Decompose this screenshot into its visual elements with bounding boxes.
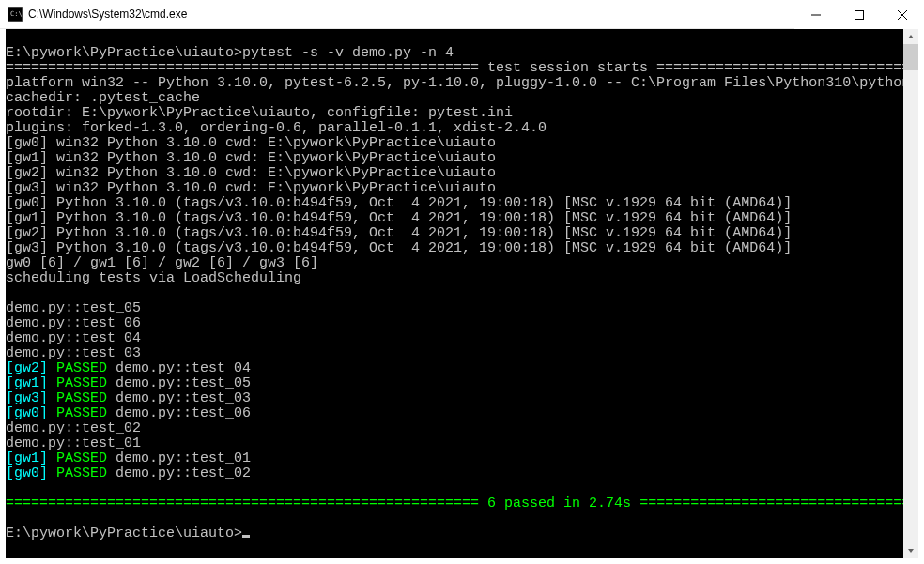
passed-gw: [gw1] [6, 375, 56, 391]
blank-line [6, 285, 14, 301]
titlebar[interactable]: C:\ C:\Windows\System32\cmd.exe [0, 0, 924, 29]
collected-test: demo.py::test_02 [6, 420, 141, 436]
passed-item: demo.py::test_06 [107, 405, 251, 421]
chevron-up-icon [907, 33, 915, 40]
final-prompt: E:\pywork\PyPractice\uiauto> [6, 526, 242, 541]
minimize-button[interactable] [794, 0, 838, 29]
passed-gw: [gw2] [6, 360, 56, 376]
passed-status: PASSED [56, 465, 107, 481]
footer-left: ========================================… [6, 495, 479, 511]
terminal[interactable]: E:\pywork\PyPractice\uiauto>pytest -s -v… [0, 29, 924, 564]
maximize-button[interactable] [838, 0, 881, 29]
gw-counts-line: gw0 [6] / gw1 [6] / gw2 [6] / gw3 [6] [6, 255, 318, 271]
vertical-scrollbar[interactable] [903, 29, 918, 558]
window-frame: C:\ C:\Windows\System32\cmd.exe [0, 0, 924, 564]
passed-status: PASSED [56, 390, 107, 406]
passed-gw: [gw0] [6, 465, 56, 481]
svg-text:C:\: C:\ [10, 10, 23, 18]
minimize-icon [811, 10, 821, 20]
scroll-up-button[interactable] [903, 29, 918, 44]
cmd-icon: C:\ [8, 7, 23, 22]
window-title: C:\Windows\System32\cmd.exe [28, 8, 794, 21]
worker-build-line: [gw1] Python 3.10.0 (tags/v3.10.0:b494f5… [6, 210, 792, 226]
terminal-content: E:\pywork\PyPractice\uiauto>pytest -s -v… [6, 31, 915, 541]
close-icon [898, 10, 907, 20]
svg-marker-8 [908, 549, 914, 553]
blank-line [6, 30, 14, 46]
worker-cwd-line: [gw3] win32 Python 3.10.0 cwd: E:\pywork… [6, 180, 496, 196]
scroll-track[interactable] [903, 44, 918, 543]
worker-cwd-line: [gw1] win32 Python 3.10.0 cwd: E:\pywork… [6, 150, 496, 166]
passed-item: demo.py::test_05 [107, 375, 251, 391]
passed-gw: [gw0] [6, 405, 56, 421]
passed-status: PASSED [56, 360, 107, 376]
collected-test: demo.py::test_06 [6, 315, 141, 331]
worker-cwd-line: [gw2] win32 Python 3.10.0 cwd: E:\pywork… [6, 165, 496, 181]
collected-test: demo.py::test_01 [6, 435, 141, 451]
passed-item: demo.py::test_02 [107, 465, 251, 481]
worker-build-line: [gw2] Python 3.10.0 (tags/v3.10.0:b494f5… [6, 225, 792, 241]
cursor [242, 535, 250, 538]
passed-status: PASSED [56, 450, 107, 466]
scroll-down-button[interactable] [903, 543, 918, 558]
platform-line: platform win32 -- Python 3.10.0, pytest-… [6, 75, 918, 91]
passed-status: PASSED [56, 405, 107, 421]
collected-test: demo.py::test_05 [6, 300, 141, 316]
close-button[interactable] [881, 0, 924, 29]
passed-gw: [gw3] [6, 390, 56, 406]
worker-cwd-line: [gw0] win32 Python 3.10.0 cwd: E:\pywork… [6, 135, 496, 151]
prompt: E:\pywork\PyPractice\uiauto> [6, 45, 242, 61]
footer-right: ========================================… [639, 495, 918, 511]
plugins-line: plugins: forked-1.3.0, ordering-0.6, par… [6, 120, 547, 136]
maximize-icon [855, 10, 864, 20]
collected-test: demo.py::test_04 [6, 330, 141, 346]
footer-line: ========================================… [6, 495, 918, 511]
scheduling-line: scheduling tests via LoadScheduling [6, 270, 301, 286]
rootdir-line: rootdir: E:\pywork\PyPractice\uiauto, co… [6, 105, 513, 121]
command: pytest -s -v demo.py -n 4 [242, 45, 454, 61]
svg-rect-4 [855, 10, 864, 19]
cachedir-line: cachedir: .pytest_cache [6, 90, 200, 106]
passed-item: demo.py::test_04 [107, 360, 251, 376]
passed-gw: [gw1] [6, 450, 56, 466]
window-controls [794, 0, 924, 28]
collected-test: demo.py::test_03 [6, 345, 141, 361]
blank-line [6, 511, 14, 526]
passed-item: demo.py::test_01 [107, 450, 251, 466]
svg-marker-7 [908, 35, 914, 38]
passed-status: PASSED [56, 375, 107, 391]
session-header: ========================================… [6, 60, 918, 76]
worker-build-line: [gw3] Python 3.10.0 (tags/v3.10.0:b494f5… [6, 240, 792, 256]
scroll-thumb[interactable] [903, 44, 918, 70]
worker-build-line: [gw0] Python 3.10.0 (tags/v3.10.0:b494f5… [6, 195, 792, 211]
chevron-down-icon [907, 547, 915, 555]
terminal-viewport: E:\pywork\PyPractice\uiauto>pytest -s -v… [6, 29, 918, 558]
blank-line [6, 480, 14, 496]
passed-item: demo.py::test_03 [107, 390, 251, 406]
footer-summary: 6 passed in 2.74s [479, 495, 639, 511]
